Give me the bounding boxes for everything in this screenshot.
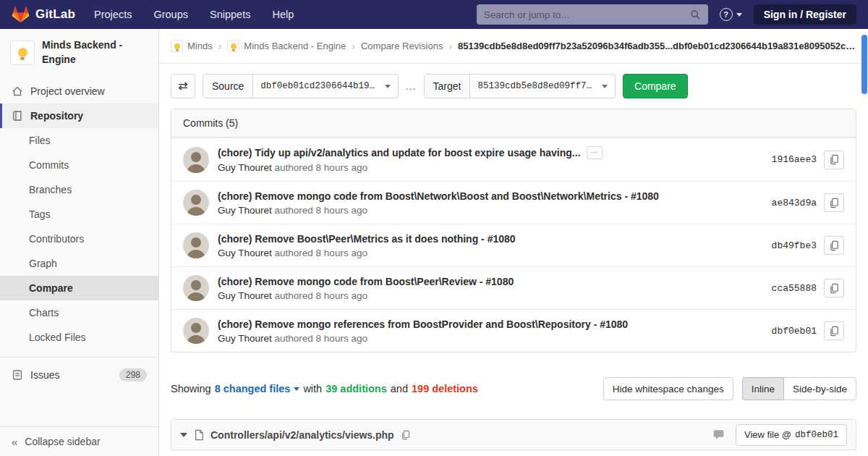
copy-sha-button[interactable] [824,193,844,212]
commit-sha-link[interactable]: 1916aee3 [772,154,817,165]
breadcrumb-group[interactable]: Minds [171,40,213,52]
sidebar-item-files[interactable]: Files [0,128,158,153]
chevron-right-icon: › [218,41,222,52]
file-icon [194,429,204,441]
author-avatar[interactable] [183,147,209,173]
side-by-side-view-button[interactable]: Side-by-side [783,377,856,400]
author-avatar[interactable] [183,275,209,301]
sign-in-button[interactable]: Sign in / Register [754,4,856,25]
sidebar-project-link[interactable]: Minds Backend - Engine [0,29,158,76]
commit-row: (chore) Remove mongo code from Boost\Net… [171,181,856,224]
commit-author-link[interactable]: Guy Thouret [218,248,272,258]
breadcrumb-compare-revisions[interactable]: Compare Revisions [361,41,443,51]
book-icon [12,110,23,122]
commit-sha-link[interactable]: cca55888 [772,283,817,294]
chevron-right-icon: › [352,41,355,52]
swap-icon: ⇄ [178,80,187,92]
copy-sha-button[interactable] [824,279,844,297]
project-avatar [10,41,35,65]
scrollbar-thumb[interactable] [861,35,867,94]
commits-header: Commits (5) [171,109,856,138]
source-ref-dropdown[interactable]: dbf0eb01cd2306644b19… [253,75,398,98]
collapse-file-caret[interactable] [180,433,187,437]
sidebar-item-label: Issues [30,369,59,381]
commit-sha-link[interactable]: ae843d9a [772,198,817,208]
project-avatar [227,40,239,52]
copy-icon [829,240,840,251]
collapse-label: Collapse sidebar [25,436,100,447]
copy-icon [829,283,840,294]
author-avatar[interactable] [183,190,209,216]
menu-snippets[interactable]: Snippets [210,9,250,20]
range-dots: ... [406,80,417,92]
additions-count: 39 additions [326,383,387,394]
copy-sha-button[interactable] [824,236,844,255]
sidebar-item-repository[interactable]: Repository [0,104,158,128]
menu-help[interactable]: Help [272,9,294,20]
sidebar-item-locked-files[interactable]: Locked Files [0,325,158,350]
toggle-comments-button[interactable] [712,428,726,441]
commit-title-link[interactable]: (chore) Remove mongo references from Boo… [218,318,628,330]
copy-icon [829,198,840,208]
inline-view-button[interactable]: Inline [742,377,784,400]
issues-icon [12,369,23,381]
commit-title-link[interactable]: (chore) Remove mongo code from Boost\Pee… [218,276,514,287]
sidebar-item-label: Project overview [30,85,105,97]
home-icon [12,85,23,97]
menu-projects[interactable]: Projects [94,9,132,20]
copy-path-button[interactable] [401,430,411,440]
sidebar-item-commits[interactable]: Commits [0,153,158,177]
help-menu-button[interactable]: ? [720,8,742,21]
search-input[interactable] [484,9,690,20]
commit-row: (chore) Tidy up api/v2/analytics and upd… [171,138,856,181]
copy-sha-button[interactable] [824,151,844,169]
commit-author-link[interactable]: Guy Thouret [218,333,272,344]
top-navbar: GitLab Projects Groups Snippets Help ? S… [0,0,868,29]
menu-groups[interactable]: Groups [153,9,188,20]
commit-row: (chore) Remove mongo code from Boost\Pee… [171,266,856,309]
chevron-right-icon: › [448,41,452,52]
copy-sha-button[interactable] [824,321,844,340]
commit-title-link[interactable]: (chore) Remove mongo code from Boost\Net… [218,190,659,202]
commit-row: (chore) Remove Boost\Peer\Metrics as it … [171,224,856,266]
commit-sha-link[interactable]: dbf0eb01 [772,326,817,337]
ellipsis-icon[interactable]: ··· [587,146,603,159]
collapse-sidebar-button[interactable]: « Collapse sidebar [0,426,158,456]
commit-authored-time: authored 8 hours ago [275,248,367,258]
compare-button[interactable]: Compare [623,74,688,98]
copy-icon [829,154,840,165]
gitlab-logo[interactable]: GitLab [12,6,75,23]
sidebar-item-issues[interactable]: Issues 298 [0,362,158,388]
chevron-down-icon [602,85,608,88]
search-icon [690,9,701,20]
sidebar-item-contributors[interactable]: Contributors [0,227,158,251]
breadcrumb-project[interactable]: Minds Backend - Engine [227,40,346,52]
author-avatar[interactable] [183,318,209,344]
target-ref-dropdown[interactable]: 85139cdb5e8d8ed09ff7… [470,75,615,98]
sidebar-item-graph[interactable]: Graph [0,251,158,276]
changed-files-summary: Showing 8 changed files with 39 addition… [171,383,478,394]
view-file-button[interactable]: View file @ dbf0eb01 [736,424,847,446]
breadcrumb-current-range: 85139cdb5e8d8ed09ff7b23a52096b34f6adb355… [458,41,856,51]
deletions-count: 199 deletions [412,383,478,394]
source-ref-group: Source dbf0eb01cd2306644b19… [203,74,399,98]
diff-file-path-link[interactable]: Controllers/api/v2/analytics/views.php [210,429,394,441]
navbar-right: ? Sign in / Register [477,4,856,25]
changed-files-dropdown[interactable]: 8 changed files [215,383,300,394]
commit-sha-link[interactable]: db49fbe3 [772,240,817,251]
diff-summary-bar: Showing 8 changed files with 39 addition… [171,377,856,400]
sidebar-item-branches[interactable]: Branches [0,177,158,202]
author-avatar[interactable] [183,232,209,258]
commit-author-link[interactable]: Guy Thouret [218,205,272,216]
sidebar-item-project-overview[interactable]: Project overview [0,79,158,104]
commit-title-link[interactable]: (chore) Tidy up api/v2/analytics and upd… [218,147,581,159]
sidebar-item-compare[interactable]: Compare [0,276,158,300]
commit-author-link[interactable]: Guy Thouret [218,162,272,173]
navbar-menu: Projects Groups Snippets Help [94,9,294,20]
swap-revisions-button[interactable]: ⇄ [171,74,195,98]
commit-author-link[interactable]: Guy Thouret [218,290,272,301]
commit-title-link[interactable]: (chore) Remove Boost\Peer\Metrics as it … [218,233,516,245]
sidebar-item-tags[interactable]: Tags [0,202,158,227]
sidebar-item-charts[interactable]: Charts [0,300,158,325]
hide-whitespace-button[interactable]: Hide whitespace changes [603,377,733,400]
